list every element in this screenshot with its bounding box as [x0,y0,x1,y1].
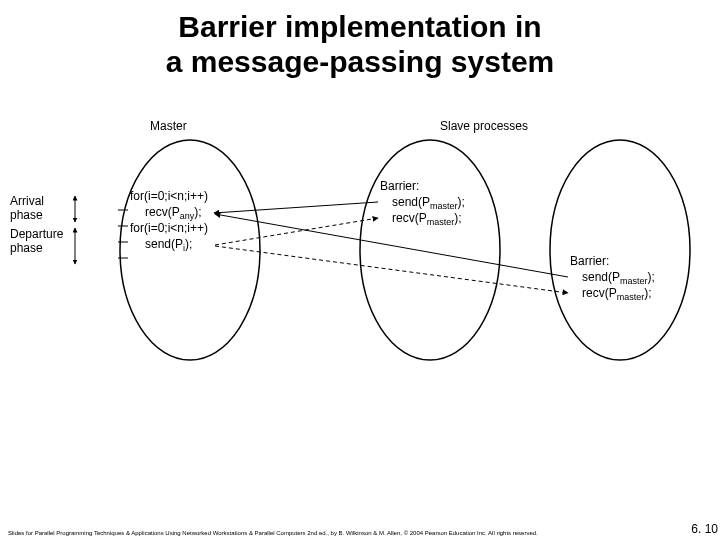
slave-ellipse-1 [360,140,500,360]
msg-slave1-recv [215,218,378,245]
footer-text: Slides for Parallel Programming Techniqu… [8,530,680,536]
svg-text:for(i=0;i<n;i++): for(i=0;i<n;i++) [130,189,208,203]
svg-text:send(Pmaster);: send(Pmaster); [582,270,655,286]
slave1-code: Barrier: send(Pmaster); recv(Pmaster); [380,179,465,227]
master-code: for(i=0;i<n;i++) recv(Pany); for(i=0;i<n… [130,189,208,253]
svg-text:send(Pmaster);: send(Pmaster); [392,195,465,211]
msg-slave2-recv [215,246,568,293]
phase2-label: phase [10,241,43,255]
slide-title: Barrier implementation in a message-pass… [0,10,720,79]
departure-label: Departure [10,227,64,241]
slide: Barrier implementation in a message-pass… [0,0,720,540]
svg-text:Barrier:: Barrier: [570,254,609,268]
svg-text:recv(Pmaster);: recv(Pmaster); [582,286,652,302]
svg-text:Barrier:: Barrier: [380,179,419,193]
slaves-label: Slave processes [440,119,528,133]
msg-slave1-send [214,202,378,213]
title-line-2: a message-passing system [166,45,555,78]
phase1-label: phase [10,208,43,222]
barrier-diagram: Master Slave processes Arrival phase Dep… [0,100,720,500]
arrival-label: Arrival [10,194,44,208]
svg-text:recv(Pmaster);: recv(Pmaster); [392,211,462,227]
svg-text:for(i=0;i<n;i++): for(i=0;i<n;i++) [130,221,208,235]
svg-text:recv(Pany);: recv(Pany); [145,205,202,221]
page-number: 6. 10 [691,522,718,536]
svg-text:send(Pi);: send(Pi); [145,237,192,253]
master-label: Master [150,119,187,133]
title-line-1: Barrier implementation in [178,10,541,43]
slave-ellipse-2 [550,140,690,360]
slave2-code: Barrier: send(Pmaster); recv(Pmaster); [570,254,655,302]
